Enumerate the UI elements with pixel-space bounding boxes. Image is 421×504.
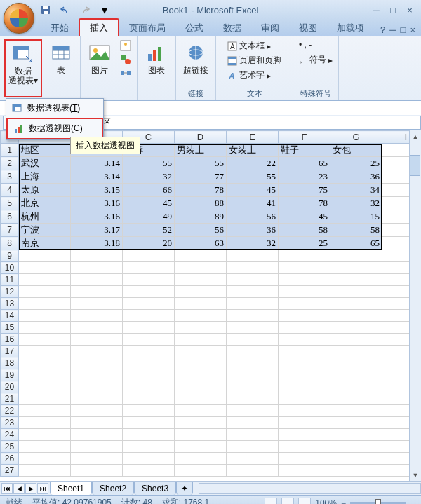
cell-F26[interactable] (279, 453, 330, 465)
cell-G17[interactable] (330, 346, 382, 357)
col-header-D[interactable]: D (175, 131, 227, 144)
row-header-23[interactable]: 23 (1, 417, 19, 429)
cell-D2[interactable]: 55 (175, 157, 227, 170)
cell-A12[interactable] (19, 286, 71, 298)
cell-F2[interactable]: 65 (279, 157, 330, 170)
cell-A11[interactable] (19, 274, 71, 286)
cell-C5[interactable]: 45 (123, 197, 175, 210)
cell-A25[interactable] (19, 441, 71, 453)
row-header-15[interactable]: 15 (1, 322, 19, 334)
cell-F16[interactable] (279, 334, 330, 346)
cell-G26[interactable] (330, 453, 382, 465)
zoom-slider[interactable] (350, 502, 406, 505)
office-button[interactable] (4, 3, 34, 34)
cell-E23[interactable] (227, 417, 279, 429)
view-page-break-button[interactable] (298, 498, 311, 505)
cell-G6[interactable]: 15 (330, 210, 382, 224)
cell-D14[interactable] (175, 310, 227, 322)
cell-C9[interactable] (123, 250, 175, 262)
cell-F21[interactable] (279, 393, 330, 405)
cell-F18[interactable] (279, 357, 330, 369)
chart-button[interactable]: 图表 (142, 39, 171, 78)
cell-D25[interactable] (175, 441, 227, 453)
cell-F15[interactable] (279, 322, 330, 334)
view-normal-button[interactable] (265, 498, 277, 505)
row-header-4[interactable]: 4 (1, 184, 19, 197)
cell-E12[interactable] (227, 286, 279, 298)
cell-F19[interactable] (279, 369, 330, 381)
cell-D22[interactable] (175, 405, 227, 417)
sheet-nav-next[interactable]: ▶ (25, 483, 36, 494)
cell-A24[interactable] (19, 429, 71, 441)
cell-C4[interactable]: 66 (123, 184, 175, 197)
cell-G3[interactable]: 36 (330, 170, 382, 184)
row-header-16[interactable]: 16 (1, 334, 19, 346)
cell-A5[interactable]: 北京 (19, 197, 71, 210)
cell-F13[interactable] (279, 298, 330, 310)
row-header-27[interactable]: 27 (1, 465, 19, 477)
cell-A16[interactable] (19, 334, 71, 346)
cell-D21[interactable] (175, 393, 227, 405)
row-header-1[interactable]: 1 (1, 144, 19, 157)
sheet-nav-prev[interactable]: ◀ (13, 483, 25, 494)
cell-B4[interactable]: 3.15 (71, 184, 123, 197)
cell-E9[interactable] (227, 250, 279, 262)
cell-B26[interactable] (71, 453, 123, 465)
cell-D12[interactable] (175, 286, 227, 298)
cell-E13[interactable] (227, 298, 279, 310)
cell-D24[interactable] (175, 429, 227, 441)
row-header-10[interactable]: 10 (1, 262, 19, 274)
row-header-3[interactable]: 3 (1, 170, 19, 184)
cell-D16[interactable] (175, 334, 227, 346)
cell-B17[interactable] (71, 346, 123, 357)
cell-A9[interactable] (19, 250, 71, 262)
cell-D13[interactable] (175, 298, 227, 310)
cell-A7[interactable]: 宁波 (19, 224, 71, 237)
cell-F10[interactable] (279, 262, 330, 274)
col-header-E[interactable]: E (227, 131, 279, 144)
cell-F24[interactable] (279, 429, 330, 441)
row-header-17[interactable]: 17 (1, 346, 19, 357)
cell-D8[interactable]: 63 (175, 237, 227, 250)
cell-B22[interactable] (71, 405, 123, 417)
cell-F8[interactable]: 25 (279, 237, 330, 250)
cell-A4[interactable]: 太原 (19, 184, 71, 197)
row-header-26[interactable]: 26 (1, 453, 19, 465)
cell-G1[interactable]: 女包 (330, 144, 382, 157)
cell-A6[interactable]: 杭州 (19, 210, 71, 224)
cell-B11[interactable] (71, 274, 123, 286)
cell-D18[interactable] (175, 357, 227, 369)
save-icon[interactable] (39, 4, 52, 16)
cell-G5[interactable]: 32 (330, 197, 382, 210)
help-icon[interactable]: ? (380, 25, 385, 35)
cell-C11[interactable] (123, 274, 175, 286)
cell-G23[interactable] (330, 417, 382, 429)
cell-A17[interactable] (19, 346, 71, 357)
cell-A18[interactable] (19, 357, 71, 369)
cell-C7[interactable]: 52 (123, 224, 175, 237)
cell-B14[interactable] (71, 310, 123, 322)
cell-F7[interactable]: 58 (279, 224, 330, 237)
cell-G12[interactable] (330, 286, 382, 298)
wordart-button[interactable]: A艺术字 ▸ (226, 69, 272, 82)
symbol2-button[interactable]: 。符号 ▸ (298, 53, 334, 67)
ribbon-close[interactable]: × (410, 25, 415, 35)
cell-B10[interactable] (71, 262, 123, 274)
cell-E4[interactable]: 45 (227, 184, 279, 197)
zoom-in-button[interactable]: + (410, 498, 415, 505)
row-header-12[interactable]: 12 (1, 286, 19, 298)
zoom-out-button[interactable]: − (341, 498, 346, 505)
cell-G16[interactable] (330, 334, 382, 346)
cell-D10[interactable] (175, 262, 227, 274)
tab-formulas[interactable]: 公式 (175, 20, 213, 36)
cell-C22[interactable] (123, 405, 175, 417)
cell-D6[interactable]: 89 (175, 210, 227, 224)
cell-D26[interactable] (175, 453, 227, 465)
cell-C20[interactable] (123, 381, 175, 393)
close-button[interactable]: × (403, 4, 417, 16)
cell-G25[interactable] (330, 441, 382, 453)
cell-C10[interactable] (123, 262, 175, 274)
cell-G15[interactable] (330, 322, 382, 334)
sheet-tab-3[interactable]: Sheet3 (134, 482, 176, 495)
cell-D20[interactable] (175, 381, 227, 393)
